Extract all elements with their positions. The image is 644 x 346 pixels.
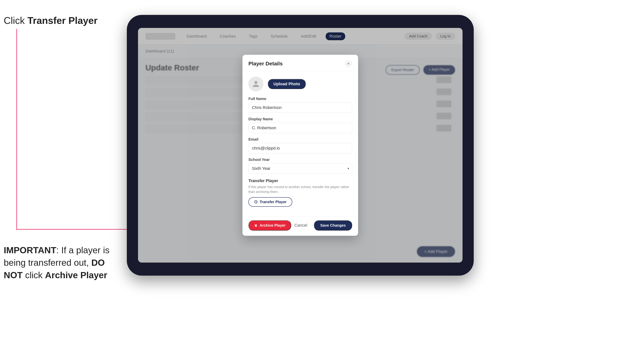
full-name-group: Full Name <box>248 97 352 113</box>
display-name-input[interactable] <box>248 123 352 133</box>
school-year-group: School Year First Year Second Year Third… <box>248 158 352 173</box>
transfer-icon <box>254 200 258 204</box>
instruction-line2-rest: click <box>22 270 45 280</box>
instruction-top: Click Transfer Player <box>4 15 98 26</box>
close-icon: × <box>347 61 350 66</box>
email-input[interactable] <box>248 143 352 154</box>
full-name-input[interactable] <box>248 102 352 113</box>
display-name-group: Display Name <box>248 117 352 133</box>
transfer-section: Transfer Player If this player has moved… <box>248 178 352 206</box>
archive-icon <box>254 223 258 227</box>
cancel-button[interactable]: Cancel <box>292 221 310 229</box>
archive-label: Archive Player <box>260 223 286 228</box>
email-label: Email <box>248 137 352 142</box>
transfer-player-button[interactable]: Transfer Player <box>248 197 292 207</box>
archive-player-button[interactable]: Archive Player <box>248 220 291 231</box>
tablet-device: Dashboard Coaches Tags Schedule Add/Edit… <box>127 15 474 276</box>
instruction-archive: Archive Player <box>45 270 107 280</box>
footer-right-buttons: Cancel Save Changes <box>292 220 352 231</box>
transfer-section-title: Transfer Player <box>248 178 352 183</box>
modal-overlay: Player Details × Upload Photo <box>138 28 462 263</box>
school-year-select[interactable]: First Year Second Year Third Year Fourth… <box>248 163 352 173</box>
modal-footer: Archive Player Cancel Save Changes <box>242 216 358 236</box>
save-changes-button[interactable]: Save Changes <box>314 220 352 231</box>
avatar <box>248 77 263 91</box>
instruction-highlight: Transfer Player <box>28 15 98 26</box>
instruction-bottom: IMPORTANT: If a player is being transfer… <box>4 244 112 282</box>
transfer-description: If this player has moved to another scho… <box>248 185 352 194</box>
instruction-prefix: Click <box>4 15 28 26</box>
transfer-player-label: Transfer Player <box>260 200 287 204</box>
avatar-section: Upload Photo <box>248 77 352 91</box>
annotation-line-vertical <box>16 29 17 230</box>
upload-photo-button[interactable]: Upload Photo <box>268 79 306 89</box>
full-name-label: Full Name <box>248 97 352 101</box>
player-details-modal: Player Details × Upload Photo <box>242 55 358 236</box>
modal-header: Player Details × <box>242 55 358 71</box>
instruction-important: IMPORTANT <box>4 245 56 255</box>
modal-body: Upload Photo Full Name Display Name <box>242 71 358 216</box>
email-group: Email <box>248 137 352 154</box>
modal-close-button[interactable]: × <box>345 60 352 67</box>
tablet-screen: Dashboard Coaches Tags Schedule Add/Edit… <box>138 28 462 263</box>
school-year-select-wrapper: First Year Second Year Third Year Fourth… <box>248 163 352 173</box>
modal-title: Player Details <box>248 61 283 67</box>
school-year-label: School Year <box>248 158 352 162</box>
person-icon <box>252 80 260 88</box>
display-name-label: Display Name <box>248 117 352 121</box>
